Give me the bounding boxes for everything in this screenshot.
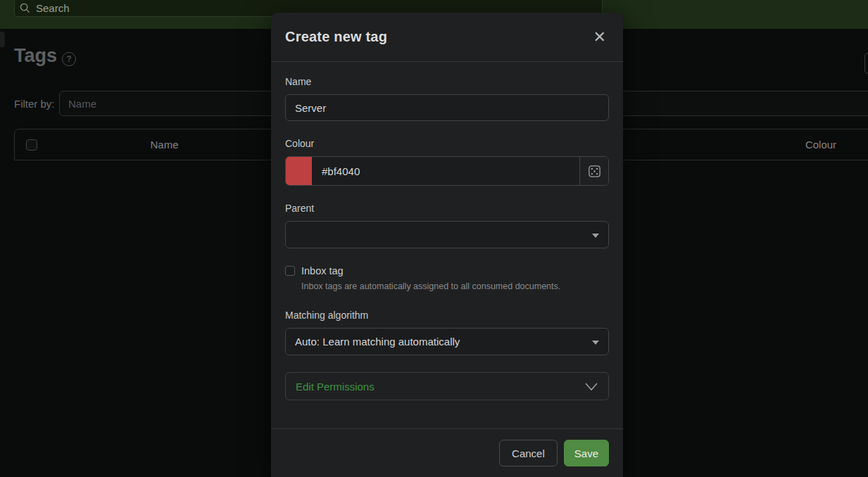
name-input[interactable] xyxy=(285,94,609,121)
parent-select[interactable] xyxy=(285,221,609,248)
help-icon[interactable]: ? xyxy=(62,52,76,66)
create-tag-modal: Create new tag ✕ Name Colour xyxy=(271,13,623,477)
parent-field-group: Parent xyxy=(285,203,609,248)
column-header-colour[interactable]: Colour xyxy=(761,139,868,151)
inbox-tag-group: Inbox tag Inbox tags are automatically a… xyxy=(285,265,609,291)
caret-down-icon xyxy=(592,234,599,238)
inbox-tag-checkbox[interactable] xyxy=(285,266,295,276)
inbox-tag-label: Inbox tag xyxy=(301,265,344,276)
colour-label: Colour xyxy=(285,138,609,149)
colour-field-group: Colour xyxy=(285,138,609,186)
modal-footer: Cancel Save xyxy=(271,428,623,477)
create-button-fragment[interactable] xyxy=(864,53,868,74)
save-button[interactable]: Save xyxy=(564,440,609,466)
parent-label: Parent xyxy=(285,203,609,214)
search-icon xyxy=(20,3,30,13)
chevron-down-icon xyxy=(584,382,598,391)
colour-input[interactable] xyxy=(312,157,579,185)
inbox-tag-hint: Inbox tags are automatically assigned to… xyxy=(301,281,609,291)
matching-field-group: Matching algorithm Auto: Learn matching … xyxy=(285,310,609,355)
dice-icon xyxy=(589,165,600,177)
matching-select-value: Auto: Learn matching automatically xyxy=(295,336,460,348)
random-colour-button[interactable] xyxy=(579,157,608,185)
page-title: Tags xyxy=(14,45,57,67)
matching-label: Matching algorithm xyxy=(285,310,609,321)
colour-swatch xyxy=(286,157,312,185)
modal-title: Create new tag xyxy=(285,29,387,45)
modal-header: Create new tag ✕ xyxy=(271,13,623,62)
filter-by-label: Filter by: xyxy=(14,98,55,110)
cancel-button[interactable]: Cancel xyxy=(499,440,558,466)
search-input[interactable] xyxy=(30,2,523,14)
close-icon[interactable]: ✕ xyxy=(591,28,609,46)
edit-permissions-toggle[interactable]: Edit Permissions xyxy=(285,372,609,400)
name-label: Name xyxy=(285,76,609,87)
edit-permissions-label: Edit Permissions xyxy=(296,381,375,393)
caret-down-icon xyxy=(592,341,599,345)
sidebar-edge-fragment xyxy=(0,32,5,47)
column-header-name[interactable]: Name xyxy=(36,139,293,151)
name-field-group: Name xyxy=(285,76,609,121)
matching-select[interactable]: Auto: Learn matching automatically xyxy=(285,328,609,355)
help-glyph: ? xyxy=(66,54,71,64)
modal-body: Name Colour xyxy=(271,62,623,416)
